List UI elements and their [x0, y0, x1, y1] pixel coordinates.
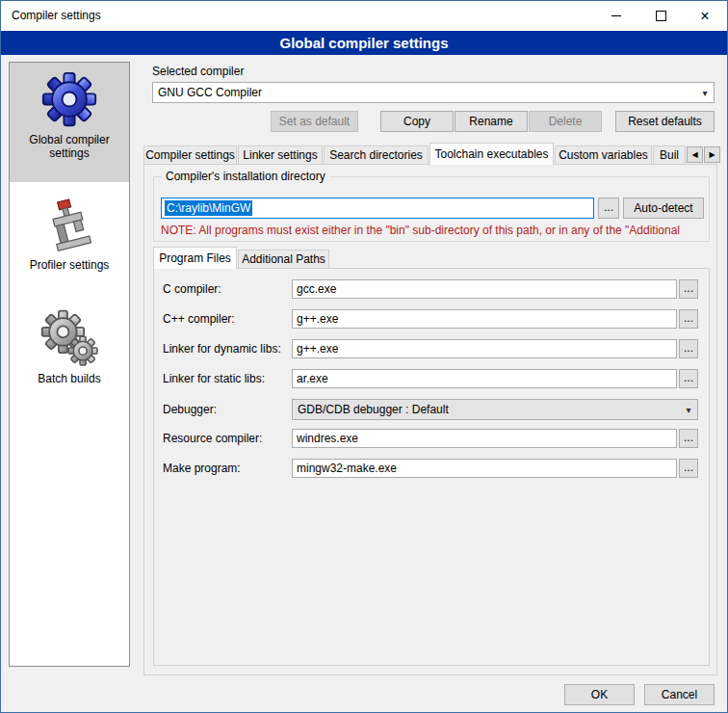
tab-custom-variables[interactable]: Custom variables [555, 145, 652, 164]
tab-program-files[interactable]: Program Files [153, 247, 237, 269]
debugger-label: Debugger: [163, 403, 217, 416]
tab-linker-settings[interactable]: Linker settings [238, 145, 323, 164]
cpp-compiler-label: C++ compiler: [163, 312, 235, 326]
debugger-select[interactable]: GDB/CDB debugger : Default ▾ [292, 399, 698, 420]
close-icon: × [700, 9, 709, 24]
profiler-icon [42, 198, 96, 253]
sidebar: Global compiler settings Profiler settin… [9, 62, 130, 667]
set-as-default-button[interactable]: Set as default [271, 111, 358, 132]
sidebar-item-label: Profiler settings [16, 258, 122, 272]
window-title: Compiler settings [12, 1, 101, 31]
make-program-input[interactable] [292, 459, 677, 478]
tab-scroll-left-button[interactable]: ◀ [687, 146, 703, 163]
rename-button[interactable]: Rename [455, 111, 528, 132]
maximize-button[interactable] [638, 1, 683, 31]
resource-compiler-label: Resource compiler: [163, 432, 262, 445]
resource-compiler-browse-button[interactable]: ... [679, 429, 698, 448]
minimize-icon [611, 15, 621, 16]
cpp-compiler-input[interactable] [292, 309, 677, 329]
reset-defaults-button[interactable]: Reset defaults [615, 111, 715, 132]
tab-compiler-settings[interactable]: Compiler settings [143, 145, 237, 164]
cpp-compiler-browse-button[interactable]: ... [679, 309, 698, 329]
window-controls: × [594, 1, 727, 31]
make-program-browse-button[interactable]: ... [679, 459, 698, 478]
selected-compiler-label: Selected compiler [152, 65, 244, 78]
installation-dir-group-label: Compiler's installation directory [162, 170, 329, 183]
make-program-label: Make program: [163, 462, 241, 475]
c-compiler-label: C compiler: [163, 282, 221, 296]
sidebar-item-batch-builds[interactable]: Batch builds [10, 296, 129, 411]
compiler-select-value: GNU GCC Compiler [153, 86, 696, 99]
sidebar-item-profiler-settings[interactable]: Profiler settings [10, 182, 129, 296]
installation-dir-input[interactable]: C:\raylib\MinGW [161, 198, 594, 219]
c-compiler-browse-button[interactable]: ... [679, 279, 698, 299]
chevron-down-icon: ▾ [696, 88, 714, 98]
tab-scroll-right-button[interactable]: ▶ [704, 146, 720, 163]
delete-button[interactable]: Delete [529, 111, 602, 132]
installation-note: NOTE: All programs must exist either in … [161, 224, 702, 237]
maximize-icon [656, 11, 666, 21]
tab-search-directories[interactable]: Search directories [324, 145, 429, 164]
gear-icon [40, 70, 98, 128]
sidebar-item-label: Batch builds [16, 372, 122, 385]
compiler-select[interactable]: GNU GCC Compiler ▾ [152, 82, 715, 103]
debugger-select-value: GDB/CDB debugger : Default [293, 403, 680, 416]
linker-dynamic-label: Linker for dynamic libs: [163, 342, 281, 356]
linker-static-label: Linker for static libs: [163, 372, 265, 385]
linker-dynamic-input[interactable] [292, 339, 677, 358]
installation-dir-selected-text: C:\raylib\MinGW [165, 200, 252, 216]
c-compiler-input[interactable] [292, 279, 677, 299]
banner: Global compiler settings [1, 31, 727, 55]
page-title: Global compiler settings [279, 35, 448, 51]
resource-compiler-input[interactable] [292, 429, 677, 448]
title-bar[interactable]: Compiler settings × [1, 1, 727, 31]
compiler-settings-dialog: Compiler settings × Global compiler sett… [0, 0, 728, 713]
sidebar-item-label: Global compiler settings [16, 133, 122, 160]
batch-builds-icon [40, 309, 98, 367]
linker-static-input[interactable] [292, 369, 677, 388]
tab-build-truncated[interactable]: Buil [653, 145, 686, 164]
close-button[interactable]: × [683, 1, 727, 31]
ok-button[interactable]: OK [564, 684, 635, 705]
tab-toolchain-executables[interactable]: Toolchain executables [429, 143, 554, 165]
installation-dir-browse-button[interactable]: ... [598, 198, 619, 219]
linker-dynamic-browse-button[interactable]: ... [679, 339, 698, 358]
sidebar-item-global-compiler-settings[interactable]: Global compiler settings [10, 63, 129, 182]
cancel-button[interactable]: Cancel [644, 684, 715, 705]
copy-button[interactable]: Copy [380, 111, 454, 132]
tab-additional-paths[interactable]: Additional Paths [238, 250, 329, 268]
minimize-button[interactable] [594, 1, 638, 31]
chevron-down-icon: ▾ [680, 405, 697, 415]
linker-static-browse-button[interactable]: ... [679, 369, 698, 388]
auto-detect-button[interactable]: Auto-detect [623, 198, 704, 219]
